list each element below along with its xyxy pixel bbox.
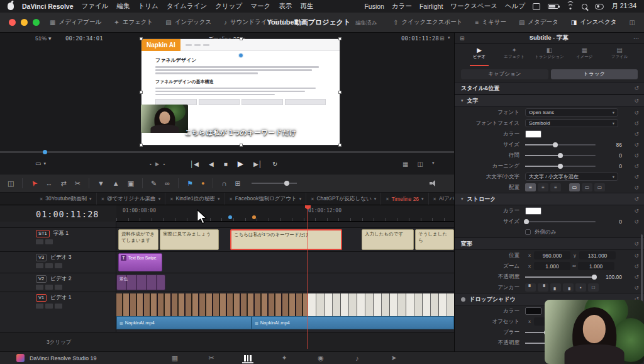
reset-icon[interactable]: ↺ <box>634 152 639 159</box>
tab-effects[interactable]: ✦ エフェクト <box>500 47 529 64</box>
viewer-scrub-bar[interactable] <box>0 149 454 155</box>
reset-icon[interactable]: ↺ <box>634 274 639 280</box>
track-enable-icon[interactable] <box>36 285 43 290</box>
track-auto-select-icon[interactable] <box>55 263 62 268</box>
reset-icon[interactable]: ↺ <box>634 98 639 104</box>
transform-handle[interactable] <box>140 91 143 94</box>
tab-video[interactable]: ▶ ビデオ <box>465 47 494 64</box>
scrub-position-marker[interactable] <box>43 150 47 154</box>
track-header-st1[interactable]: ST1 字幕 1 <box>0 228 116 251</box>
close-window-button[interactable] <box>9 19 16 26</box>
menu-color[interactable]: カラー <box>392 2 412 11</box>
close-icon[interactable]: × <box>40 196 43 202</box>
control-center-icon[interactable] <box>595 4 604 9</box>
video-clip-group[interactable]: ▥ NapkinAI.mp4 ▥ NapkinAI.mp4 <box>116 293 454 330</box>
chevron-down-icon[interactable]: ▾ <box>374 196 377 202</box>
group-transform[interactable]: 変形 ↺ <box>455 237 644 250</box>
anchor-top-left-button[interactable]: ▘ <box>525 283 536 292</box>
valign-middle-button[interactable]: ▭ <box>582 183 592 191</box>
track-auto-select-icon[interactable] <box>55 304 62 309</box>
dual-viewer-icon[interactable]: ◫ <box>417 161 423 168</box>
valign-bottom-button[interactable]: ▭ <box>594 183 605 191</box>
group-text[interactable]: ▾ 文字 ↺ <box>455 94 644 107</box>
loop-button[interactable]: ↻ <box>272 161 277 168</box>
menu-mark[interactable]: マーク <box>250 2 270 11</box>
menu-view[interactable]: 表示 <box>279 2 292 11</box>
menu-help[interactable]: ヘルプ <box>505 2 525 11</box>
dynamic-trim-button[interactable]: ⇄ <box>60 179 66 188</box>
track-enable-icon[interactable] <box>36 263 43 268</box>
transform-tool-button[interactable]: ▭ ▾ <box>35 160 46 167</box>
chevron-down-icon[interactable]: ▾ <box>218 196 220 202</box>
track-header-v1[interactable]: V1 ビデオ 1 <box>0 292 116 332</box>
close-icon[interactable]: × <box>230 196 233 202</box>
reset-icon[interactable]: ↺ <box>634 208 639 214</box>
step-forward-button[interactable]: ▶│ <box>253 161 262 168</box>
media-pool-button[interactable]: ▦ メディアプール <box>50 18 101 26</box>
mixer-button[interactable]: ≡ ミキサー <box>475 18 506 26</box>
transform-gizmo-handle[interactable] <box>238 53 243 58</box>
track-auto-select-icon[interactable] <box>55 285 62 290</box>
close-icon[interactable]: × <box>386 196 389 202</box>
position-x-field[interactable]: 960.000 <box>534 251 570 259</box>
dual-timeline-icon[interactable]: ◫ <box>8 179 14 188</box>
chevron-down-icon[interactable]: ▾ <box>89 196 92 202</box>
opacity-slider[interactable] <box>525 276 596 278</box>
zoom-x-field[interactable]: 1.000 <box>534 262 570 270</box>
anchor-center-button[interactable]: ▪ <box>575 283 586 292</box>
page-color-button[interactable]: ◉ <box>314 352 328 364</box>
selection-tool-button[interactable]: ➤ <box>29 178 40 188</box>
menu-timeline[interactable]: タイムライン <box>167 2 207 11</box>
reset-icon[interactable]: ↺ <box>634 185 639 191</box>
panel-layout-button[interactable]: ◫ <box>630 19 635 26</box>
timeline-tab[interactable]: × ChatGPTが反応しない ▾ <box>306 193 381 205</box>
menu-edit[interactable]: 編集 <box>117 2 130 11</box>
title-clip[interactable]: T Text Box Swipe. <box>118 253 162 271</box>
menu-file[interactable]: ファイル <box>82 2 109 11</box>
track-enable-icon[interactable] <box>36 304 43 309</box>
reset-icon[interactable]: ↺ <box>634 142 639 148</box>
screen-mirroring-icon[interactable] <box>533 3 540 10</box>
search-icon[interactable] <box>582 4 587 9</box>
timeline-tab[interactable]: × Kindle1位の秘密 ▾ <box>165 193 225 205</box>
track-enable-icon[interactable] <box>36 239 43 244</box>
insert-clip-button[interactable]: ▼ <box>97 179 104 187</box>
page-cut-button[interactable]: ✂ <box>204 352 218 364</box>
timeline-zoom-slider[interactable] <box>252 183 297 184</box>
timeline-tab-active[interactable]: × Timeline 26 ▾ <box>381 193 428 205</box>
chevron-down-icon[interactable]: ▾ <box>421 196 424 202</box>
subtitle-clip[interactable]: 入力したものです <box>362 229 414 250</box>
page-edit-button[interactable] <box>241 352 255 364</box>
align-center-button[interactable]: ≡ <box>538 183 548 191</box>
reset-icon[interactable]: ↺ <box>634 219 639 225</box>
video-clip[interactable]: 紫色 <box>116 275 165 290</box>
more-icon[interactable]: ⋯ <box>633 35 639 42</box>
anchor-top-right-button[interactable]: ▝ <box>538 283 548 292</box>
menu-fusion[interactable]: Fusion <box>364 3 384 10</box>
link-icon[interactable]: ∞ <box>572 263 576 269</box>
anchor-bottom-left-button[interactable]: ▖ <box>550 283 561 292</box>
drop-shadow-toggle[interactable] <box>461 297 465 302</box>
track-header-v3[interactable]: V3 ビデオ 3 <box>0 252 116 273</box>
reset-icon[interactable]: ↺ <box>634 241 639 247</box>
timeline-tab[interactable]: × @でオリジナル楽曲 ▾ <box>97 193 166 205</box>
audio-monitor-icon[interactable] <box>430 180 438 187</box>
marker-button[interactable]: ● <box>201 180 204 186</box>
transform-handle[interactable] <box>240 37 243 40</box>
timeline-marker-blue[interactable] <box>228 215 232 219</box>
viewer-option-icon[interactable]: ⊞ <box>440 35 445 42</box>
subtitle-clip[interactable]: 資料作成ができてしまいます <box>118 229 158 250</box>
timeline-tab[interactable]: × Facebook強制ログアウト ▾ <box>225 193 307 205</box>
subtab-caption[interactable]: キャプション <box>461 69 548 79</box>
reset-icon[interactable]: ↺ <box>634 174 639 180</box>
grid-view-icon[interactable]: ▦ <box>402 161 408 168</box>
section-style-position[interactable]: スタイル&位置 ↺ <box>455 82 644 94</box>
zoom-y-field[interactable]: 1.000 <box>578 262 614 270</box>
chevron-down-icon[interactable]: ▾ <box>448 35 450 40</box>
track-lock-icon[interactable] <box>45 304 53 309</box>
track-lock-icon[interactable] <box>45 239 53 244</box>
timeline-playhead[interactable] <box>308 205 308 349</box>
anchor-bottom-right-button[interactable]: ▗ <box>563 283 574 292</box>
text-color-swatch[interactable] <box>525 130 541 138</box>
quick-export-button[interactable]: ⇧ クイックエクスポート <box>393 18 462 26</box>
